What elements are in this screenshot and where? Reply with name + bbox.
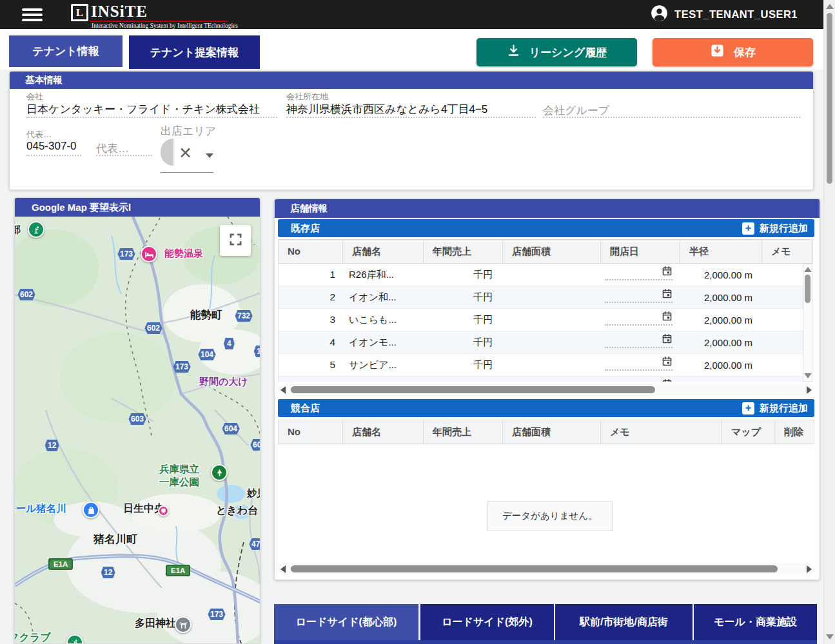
plus-icon: + bbox=[742, 222, 754, 235]
area-select[interactable] bbox=[161, 155, 213, 173]
bottom-tab-mall-commercial[interactable]: モール・商業施設 bbox=[694, 604, 817, 640]
highway-badge: E1A bbox=[166, 565, 190, 576]
map-place-label: フクラブ bbox=[15, 631, 51, 644]
leasing-history-button[interactable]: リーシング履歴 bbox=[476, 38, 637, 66]
map-place-label: 能勢町 bbox=[190, 308, 222, 322]
existing-table-horizontal-scrollbar[interactable] bbox=[278, 384, 814, 396]
map-place-label: ときわ台 bbox=[216, 504, 258, 518]
map-place-label: 野間の大け bbox=[199, 376, 248, 388]
save-button[interactable]: 保存 bbox=[653, 38, 813, 66]
username: TEST_TENANT_USER1 bbox=[674, 8, 798, 21]
cell-no: 1 bbox=[279, 269, 343, 280]
cell-open-date[interactable] bbox=[605, 288, 673, 303]
train-station-marker[interactable] bbox=[158, 505, 169, 516]
fullscreen-icon bbox=[228, 232, 243, 249]
scroll-up-arrow[interactable] bbox=[804, 267, 812, 272]
rep-phone-field[interactable] bbox=[26, 139, 81, 156]
col-no: No bbox=[279, 240, 343, 263]
map-place-label: 多田神社 bbox=[135, 617, 176, 630]
shrine-marker[interactable] bbox=[175, 616, 192, 633]
user-menu[interactable]: TEST_TENANT_USER1 bbox=[651, 0, 798, 29]
calendar-icon[interactable] bbox=[662, 356, 673, 369]
calendar-icon[interactable] bbox=[662, 311, 673, 324]
map-header: Google Map 要望表示l bbox=[15, 198, 260, 217]
page-scrollbar[interactable] bbox=[823, 0, 835, 644]
cell-open-date[interactable] bbox=[605, 310, 673, 326]
cell-annual-sales[interactable]: 千円 bbox=[424, 291, 503, 304]
calendar-icon[interactable] bbox=[662, 378, 673, 382]
calendar-icon[interactable] bbox=[662, 333, 673, 347]
cell-no: 5 bbox=[279, 359, 343, 371]
map-canvas[interactable]: 部能勢温泉能勢町野間の大け兵庫県立一庫公園妙見モール猪名川日生中央ときわ台猪名川… bbox=[15, 217, 260, 644]
store-info-card: 店舗情報 既存店 + 新規行追加 No 店舗名 年間売上 店舗面積 開店日 半径… bbox=[274, 199, 820, 580]
add-existing-row-button[interactable]: + 新規行追加 bbox=[742, 219, 808, 237]
cell-radius[interactable]: 2,000.00 m bbox=[680, 337, 762, 348]
onsen-hotel-marker[interactable] bbox=[141, 246, 157, 262]
cell-store-name[interactable]: イオン和... bbox=[343, 291, 424, 304]
existing-stores-title: 既存店 bbox=[291, 222, 320, 233]
bottom-tab-roadside-urban[interactable]: ロードサイド(都心部) bbox=[274, 604, 418, 640]
cell-annual-sales[interactable]: 千円 bbox=[424, 314, 503, 326]
hscroll-thumb[interactable] bbox=[291, 386, 655, 393]
bottom-tab-station-district[interactable]: 駅前/市街地/商店街 bbox=[555, 604, 693, 640]
app-logo: LINSiTE Interactive Nominating System by… bbox=[71, 2, 148, 28]
cell-radius[interactable]: 2,000.00 m bbox=[680, 292, 762, 303]
cell-open-date[interactable] bbox=[605, 378, 673, 382]
table-row: 5サンピア...千円2,000.00 m bbox=[279, 354, 803, 376]
bottom-tab-roadside-suburb[interactable]: ロードサイド(郊外) bbox=[420, 604, 554, 640]
rep2-field[interactable] bbox=[96, 139, 152, 156]
tab-tenant-proposal[interactable]: テナント提案情報 bbox=[129, 35, 260, 69]
cell-no: 3 bbox=[279, 314, 343, 326]
cell-store-name[interactable]: イオンモ... bbox=[343, 337, 424, 349]
add-competitor-row-button[interactable]: + 新規行追加 bbox=[742, 399, 808, 417]
cell-annual-sales[interactable]: 千円 bbox=[424, 269, 503, 281]
park-marker[interactable] bbox=[211, 464, 228, 481]
scroll-left-arrow[interactable] bbox=[280, 386, 286, 394]
cell-annual-sales[interactable]: 千円 bbox=[424, 359, 503, 371]
group-field[interactable] bbox=[543, 101, 800, 118]
competitor-table-horizontal-scrollbar[interactable] bbox=[278, 563, 814, 575]
cell-radius[interactable]: 2,000.00 m bbox=[680, 315, 762, 326]
map-place-label: 一庫公園 bbox=[159, 476, 199, 489]
basic-info-header: 基本情報 bbox=[10, 72, 813, 89]
tab-tenant-info[interactable]: テナント情報 bbox=[9, 35, 123, 67]
page-scroll-thumb[interactable] bbox=[827, 13, 832, 184]
col-memo: メモ bbox=[762, 240, 814, 263]
col-open-date: 開店日 bbox=[601, 240, 680, 263]
address-field[interactable] bbox=[286, 101, 536, 118]
map-place-label: 兵庫県立 bbox=[159, 463, 199, 476]
cell-open-date[interactable] bbox=[605, 333, 673, 348]
shopping-mall-marker[interactable] bbox=[83, 502, 99, 518]
calendar-icon[interactable] bbox=[662, 288, 673, 302]
scroll-down-arrow[interactable] bbox=[804, 373, 812, 378]
cell-radius[interactable]: 2,000.00 m bbox=[680, 269, 762, 280]
cell-open-date[interactable] bbox=[605, 265, 673, 280]
basic-info-card: 基本情報 会社 日本ケンタッキー・フライド・チキン株式会社 会社所在地 神奈川県… bbox=[9, 71, 814, 190]
col-store-name: 店舗名 bbox=[343, 240, 424, 263]
golf-course-marker[interactable] bbox=[28, 221, 44, 238]
table-row: 3いこらも...千円2,000.00 m bbox=[279, 309, 803, 331]
leasing-history-label: リーシング履歴 bbox=[529, 45, 607, 60]
scroll-left-arrow[interactable] bbox=[280, 565, 286, 573]
cell-open-date[interactable] bbox=[605, 355, 673, 371]
scroll-thumb[interactable] bbox=[805, 275, 810, 303]
scroll-right-arrow[interactable] bbox=[807, 565, 812, 573]
scroll-down-arrow[interactable] bbox=[826, 634, 834, 639]
cell-store-name[interactable]: いこらも... bbox=[343, 314, 424, 326]
fullscreen-button[interactable] bbox=[220, 225, 251, 256]
cell-store-name[interactable]: サンピア... bbox=[343, 359, 424, 371]
company-field[interactable] bbox=[26, 101, 277, 118]
scroll-right-arrow[interactable] bbox=[807, 386, 812, 394]
scroll-up-arrow[interactable] bbox=[826, 4, 834, 9]
cell-store-name[interactable]: R26岸和... bbox=[343, 269, 424, 281]
hscroll-thumb[interactable] bbox=[291, 565, 778, 572]
existing-table-vertical-scrollbar[interactable] bbox=[803, 264, 812, 382]
col-radius: 半径 bbox=[680, 240, 762, 263]
cell-annual-sales[interactable]: 千円 bbox=[424, 337, 503, 349]
calendar-icon[interactable] bbox=[662, 266, 673, 279]
empty-message: データがありません。 bbox=[502, 511, 598, 521]
hamburger-menu-icon[interactable] bbox=[22, 8, 43, 21]
cell-radius[interactable]: 2,000.00 m bbox=[680, 360, 762, 371]
col-store-name: 店舗名 bbox=[343, 420, 424, 444]
user-avatar-icon bbox=[651, 5, 668, 24]
